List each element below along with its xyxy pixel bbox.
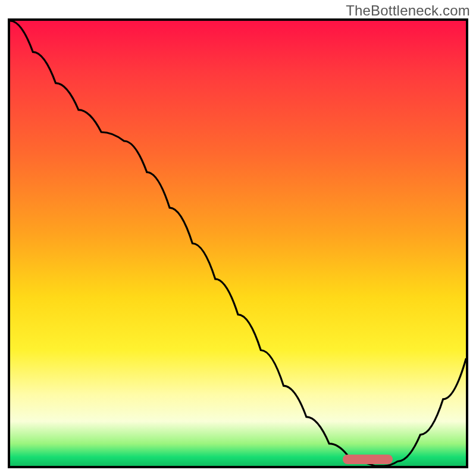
bottleneck-curve xyxy=(10,21,466,466)
curve-svg xyxy=(10,21,466,466)
chart-frame: TheBottleneck.com xyxy=(0,0,476,476)
plot-area xyxy=(8,18,468,468)
optimum-marker xyxy=(343,455,393,464)
watermark-text: TheBottleneck.com xyxy=(346,2,470,19)
